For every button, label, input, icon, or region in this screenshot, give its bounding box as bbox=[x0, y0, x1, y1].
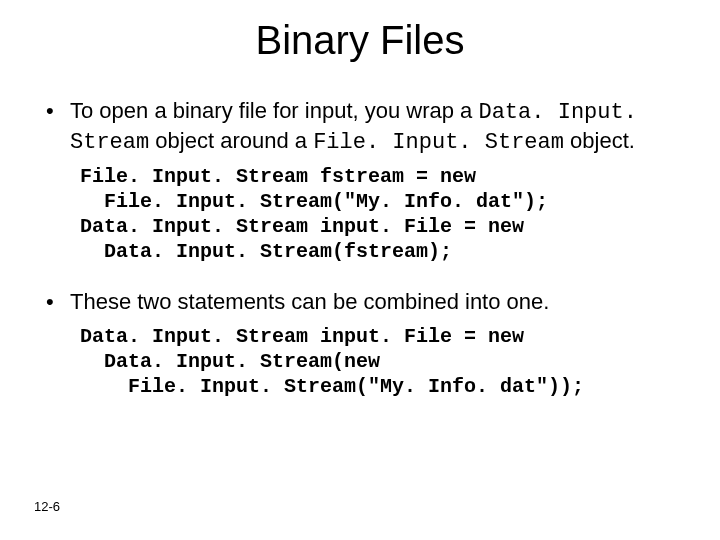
code-block-1: File. Input. Stream fstream = new File. … bbox=[80, 164, 680, 264]
code-block-2: Data. Input. Stream input. File = new Da… bbox=[80, 324, 680, 399]
bullet-list: To open a binary file for input, you wra… bbox=[40, 97, 680, 156]
bullet1-code2: File. Input. Stream bbox=[313, 130, 564, 155]
bullet-list-2: These two statements can be combined int… bbox=[40, 288, 680, 316]
bullet-item-2: These two statements can be combined int… bbox=[40, 288, 680, 316]
bullet2-text: These two statements can be combined int… bbox=[70, 289, 549, 314]
slide-title: Binary Files bbox=[40, 18, 680, 63]
bullet1-text-pre: To open a binary file for input, you wra… bbox=[70, 98, 478, 123]
slide: Binary Files To open a binary file for i… bbox=[0, 0, 720, 540]
bullet1-text-post: object. bbox=[564, 128, 635, 153]
slide-number: 12-6 bbox=[34, 499, 60, 514]
bullet-item-1: To open a binary file for input, you wra… bbox=[40, 97, 680, 156]
bullet1-text-mid: object around a bbox=[149, 128, 313, 153]
